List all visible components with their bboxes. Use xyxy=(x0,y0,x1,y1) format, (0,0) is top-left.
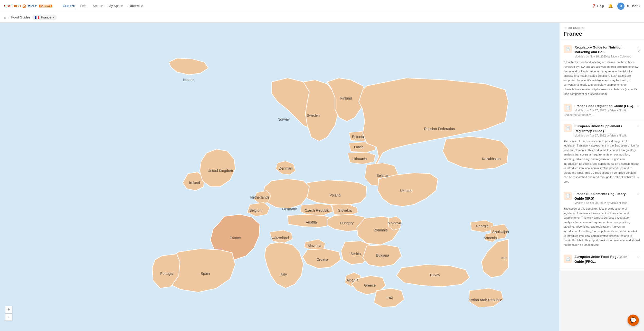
panel-country-title: France xyxy=(564,31,640,37)
map-controls: + − xyxy=(5,306,12,321)
nav-explore[interactable]: Explore xyxy=(62,3,75,9)
user-avatar: U xyxy=(617,3,624,10)
card-1-modified: Modified on Nov 18, 2020 by Nicola Colom… xyxy=(574,55,634,58)
guide-card-4[interactable]: 📄 France Supplements Regulatory Guide (S… xyxy=(560,188,644,251)
panel-wrapper: FOOD GUIDES France × 📄 Regulatory Guide … xyxy=(559,23,644,331)
card-1-title: Regulatory Guide for Nutrition, Marketin… xyxy=(574,45,634,54)
europe-map: Iceland Norway Sweden Finland Estonia La… xyxy=(0,23,559,331)
nav-feed[interactable]: Feed xyxy=(80,3,88,9)
logo-icon: ⊙ xyxy=(22,3,27,9)
user-label: Hi, User xyxy=(626,4,638,8)
card-2-tag: Competent Authorities ... xyxy=(564,113,640,116)
logo-comply-text: MPLY xyxy=(27,4,37,8)
card-5-meta: European Union Food Regulation Guide (FR… xyxy=(574,255,634,264)
card-3-modified: Modified on Apr 27, 2022 by Visnja Nikol… xyxy=(574,134,634,137)
nav-links: Explore Feed Search My Space Labelwise xyxy=(62,3,143,9)
guides-list: 📄 Regulatory Guide for Nutrition, Market… xyxy=(560,40,644,270)
card-2-icon: 📄 xyxy=(564,104,572,112)
card-5-star-icon[interactable]: ☆ xyxy=(637,255,640,259)
country-georgia[interactable] xyxy=(470,220,493,232)
user-chevron-icon: ▾ xyxy=(639,5,640,7)
guide-card-1[interactable]: 📄 Regulatory Guide for Nutrition, Market… xyxy=(560,42,644,100)
guide-card-3[interactable]: 📄 European Union Supplements Regulatory … xyxy=(560,120,644,188)
nav-right: ❓ Help 🔔 U Hi, User ▾ xyxy=(592,3,640,10)
card-4-header: 📄 France Supplements Regulatory Guide (S… xyxy=(564,192,640,205)
logo-badge: ULTIMATE xyxy=(39,5,52,7)
breadcrumb-country-selector[interactable]: 🇫🇷 France ▾ xyxy=(32,15,56,20)
home-icon[interactable]: ⌂ xyxy=(4,15,6,20)
map-area[interactable]: Iceland Norway Sweden Finland Estonia La… xyxy=(0,23,559,331)
card-1-star-icon[interactable]: ☆ xyxy=(637,45,640,49)
panel-close-button[interactable]: × xyxy=(638,49,640,54)
card-4-icon: 📄 xyxy=(564,192,572,200)
panel-section-label: FOOD GUIDES xyxy=(564,27,640,30)
chat-icon: 💬 xyxy=(630,317,637,323)
card-3-meta: European Union Supplements Regulatory Gu… xyxy=(574,124,634,137)
logo-circle: DIG xyxy=(13,4,19,8)
breadcrumb: ⌂ / Food Guides 🇫🇷 France ▾ xyxy=(0,12,644,23)
top-navigation: SGS DIGI⊙MPLY ULTIMATE Explore Feed Sear… xyxy=(0,0,644,12)
main-content: Iceland Norway Sweden Finland Estonia La… xyxy=(0,23,644,331)
app-logo: SGS DIGI⊙MPLY ULTIMATE xyxy=(4,3,52,9)
document-icon: 📄 xyxy=(566,47,570,51)
document-icon-5: 📄 xyxy=(566,257,570,261)
guide-card-2[interactable]: 📄 France Food Regulation Guide (FRG) Mod… xyxy=(560,100,644,120)
card-1-icon: 📄 xyxy=(564,45,572,53)
card-3-icon: 📄 xyxy=(564,124,572,132)
document-icon-3: 📄 xyxy=(566,126,570,130)
card-4-description: The scope of this document is to provide… xyxy=(564,207,640,247)
chat-bubble-button[interactable]: 💬 xyxy=(628,315,639,326)
help-button[interactable]: ❓ Help xyxy=(592,4,604,8)
zoom-out-button[interactable]: − xyxy=(5,314,12,321)
nav-search[interactable]: Search xyxy=(93,3,103,9)
card-4-title: France Supplements Regulatory Guide (SRG… xyxy=(574,192,634,201)
country-chevron-icon: ▾ xyxy=(53,16,54,19)
question-icon: ❓ xyxy=(592,4,596,8)
nav-myspace[interactable]: My Space xyxy=(108,3,123,9)
country-austria[interactable] xyxy=(288,214,333,227)
breadcrumb-country-label: France xyxy=(41,15,51,19)
user-menu[interactable]: U Hi, User ▾ xyxy=(617,3,640,10)
card-3-title: European Union Supplements Regulatory Gu… xyxy=(574,124,634,133)
right-panel: FOOD GUIDES France × 📄 Regulatory Guide … xyxy=(559,23,644,270)
logo-o: I xyxy=(20,4,21,8)
card-3-header: 📄 European Union Supplements Regulatory … xyxy=(564,124,640,137)
breadcrumb-food-guides[interactable]: Food Guides xyxy=(11,15,30,19)
card-4-star-icon[interactable]: ☆ xyxy=(637,192,640,196)
country-turkey[interactable] xyxy=(396,265,470,287)
card-3-description: The scope of this document is to provide… xyxy=(564,139,640,184)
card-5-icon: 📄 xyxy=(564,255,572,263)
card-2-star-icon[interactable]: ☆ xyxy=(637,104,640,108)
guide-card-5[interactable]: 📄 European Union Food Regulation Guide (… xyxy=(560,251,644,268)
card-4-modified: Modified on Apr 28, 2022 by Visnja Nikol… xyxy=(574,201,634,205)
panel-header: FOOD GUIDES France xyxy=(560,23,644,40)
card-5-title: European Union Food Regulation Guide (FR… xyxy=(574,255,634,264)
document-icon-4: 📄 xyxy=(566,194,570,198)
card-2-header: 📄 France Food Regulation Guide (FRG) Mod… xyxy=(564,104,640,112)
country-lithuania[interactable] xyxy=(348,152,375,164)
breadcrumb-separator: / xyxy=(8,16,9,19)
document-icon-2: 📄 xyxy=(566,106,570,110)
card-4-meta: France Supplements Regulatory Guide (SRG… xyxy=(574,192,634,205)
card-2-modified: Modified on Apr 27, 2022 by Visnja Nikol… xyxy=(574,109,634,112)
card-1-description: "Health claims in food labeling are clai… xyxy=(564,60,640,96)
zoom-in-button[interactable]: + xyxy=(5,306,12,313)
help-label: Help xyxy=(597,4,604,8)
logo-sgs: SGS xyxy=(4,4,12,8)
card-1-header: 📄 Regulatory Guide for Nutrition, Market… xyxy=(564,45,640,58)
card-1-meta: Regulatory Guide for Nutrition, Marketin… xyxy=(574,45,634,58)
card-5-header: 📄 European Union Food Regulation Guide (… xyxy=(564,255,640,264)
france-flag-icon: 🇫🇷 xyxy=(35,15,39,20)
card-2-meta: France Food Regulation Guide (FRG) Modif… xyxy=(574,104,634,112)
notification-bell-icon[interactable]: 🔔 xyxy=(608,4,613,8)
card-3-star-icon[interactable]: ☆ xyxy=(637,124,640,128)
card-2-title: France Food Regulation Guide (FRG) xyxy=(574,104,634,108)
nav-labelwise[interactable]: Labelwise xyxy=(128,3,143,9)
